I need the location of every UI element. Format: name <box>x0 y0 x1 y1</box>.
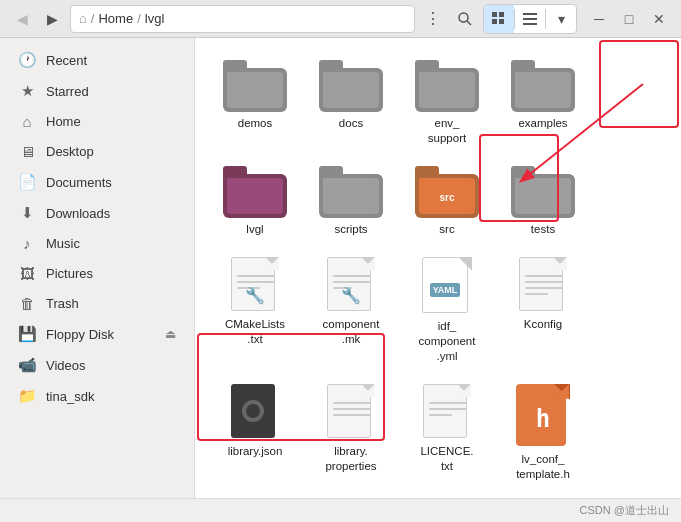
folder-lvgl-icon <box>223 166 287 218</box>
sidebar-label-floppy: Floppy Disk <box>46 327 114 342</box>
file-item-scripts[interactable]: scripts <box>307 160 395 243</box>
window-controls: ─ □ ✕ <box>585 5 673 33</box>
close-button[interactable]: ✕ <box>645 5 673 33</box>
svg-rect-3 <box>499 12 504 17</box>
home-icon: ⌂ <box>79 11 87 26</box>
more-button[interactable]: ⋮ <box>419 5 447 33</box>
file-item-docs[interactable]: docs <box>307 54 395 152</box>
file-item-component-mk[interactable]: 🔧 component.mk <box>307 251 395 370</box>
file-label-lvgl: lvgl <box>246 222 263 237</box>
sidebar-label-starred: Starred <box>46 84 89 99</box>
main-layout: 🕐 Recent ★ Starred ⌂ Home 🖥 Desktop 📄 Do… <box>0 38 681 498</box>
svg-rect-8 <box>523 23 537 25</box>
breadcrumb-part1: Home <box>98 11 133 26</box>
svg-point-0 <box>459 13 468 22</box>
file-item-src[interactable]: src src <box>403 160 491 243</box>
sidebar-item-home[interactable]: ⌂ Home <box>6 107 188 136</box>
documents-icon: 📄 <box>18 173 36 191</box>
nav-buttons: ◀ ▶ <box>8 5 66 33</box>
sidebar-item-music[interactable]: ♪ Music <box>6 229 188 258</box>
recent-icon: 🕐 <box>18 51 36 69</box>
svg-rect-7 <box>523 18 537 20</box>
sidebar-label-recent: Recent <box>46 53 87 68</box>
file-label-lv-conf-template: lv_conf_template.h <box>516 452 570 482</box>
sidebar: 🕐 Recent ★ Starred ⌂ Home 🖥 Desktop 📄 Do… <box>0 38 195 498</box>
lv-conf-template-icon: h <box>516 384 570 448</box>
file-label-library-json: library.json <box>228 444 283 459</box>
library-properties-icon <box>327 384 375 440</box>
file-item-demos[interactable]: demos <box>211 54 299 152</box>
sidebar-label-downloads: Downloads <box>46 206 110 221</box>
file-item-cmakelists[interactable]: 🔧 CMakeLists.txt <box>211 251 299 370</box>
file-item-lvgl[interactable]: lvgl <box>211 160 299 243</box>
file-item-lvgl-mk[interactable]: 🔧 lvgl.mk <box>307 496 395 499</box>
view-chevron-button[interactable]: ▾ <box>546 5 576 33</box>
search-button[interactable] <box>451 5 479 33</box>
sidebar-item-recent[interactable]: 🕐 Recent <box>6 45 188 75</box>
breadcrumb-sep1: / <box>91 11 95 26</box>
sidebar-item-desktop[interactable]: 🖥 Desktop <box>6 137 188 166</box>
component-mk-icon: 🔧 <box>327 257 375 313</box>
sidebar-item-starred[interactable]: ★ Starred <box>6 76 188 106</box>
file-item-lvgl-h[interactable]: h lvgl.h <box>211 496 299 499</box>
file-label-component-mk: component.mk <box>323 317 380 347</box>
maximize-button[interactable]: □ <box>615 5 643 33</box>
file-item-tests[interactable]: tests <box>499 160 587 243</box>
sidebar-item-trash[interactable]: 🗑 Trash <box>6 289 188 318</box>
sidebar-item-videos[interactable]: 📹 Videos <box>6 350 188 380</box>
desktop-icon: 🖥 <box>18 143 36 160</box>
library-json-icon <box>231 384 279 440</box>
file-area: demos docs env_support <box>195 38 681 498</box>
file-item-idf-component[interactable]: YAML idf_component.yml <box>403 251 491 370</box>
file-item-licence-txt[interactable]: LICENCE.txt <box>403 378 491 488</box>
file-label-demos: demos <box>238 116 273 131</box>
breadcrumb-part2: lvgl <box>145 11 165 26</box>
svg-rect-2 <box>492 12 497 17</box>
sidebar-label-trash: Trash <box>46 296 79 311</box>
tina-sdk-icon: 📁 <box>18 387 36 405</box>
file-label-env-support: env_support <box>428 116 466 146</box>
grid-view-button[interactable] <box>484 5 514 33</box>
statusbar: CSDN @道士出山 <box>0 498 681 522</box>
file-label-tests: tests <box>531 222 555 237</box>
forward-button[interactable]: ▶ <box>38 5 66 33</box>
sidebar-label-documents: Documents <box>46 175 112 190</box>
folder-demos-icon <box>223 60 287 112</box>
eject-icon[interactable]: ⏏ <box>165 327 176 341</box>
folder-scripts-icon <box>319 166 383 218</box>
svg-rect-5 <box>499 19 504 24</box>
svg-rect-4 <box>492 19 497 24</box>
sidebar-item-floppy[interactable]: 💾 Floppy Disk ⏏ <box>6 319 188 349</box>
list-view-button[interactable] <box>515 5 545 33</box>
list-icon <box>523 12 537 26</box>
licence-icon <box>423 384 471 440</box>
sidebar-item-downloads[interactable]: ⬇ Downloads <box>6 198 188 228</box>
watermark-text: CSDN @道士出山 <box>580 503 669 518</box>
sidebar-item-documents[interactable]: 📄 Documents <box>6 167 188 197</box>
file-item-kconfig[interactable]: Kconfig <box>499 251 587 370</box>
breadcrumb[interactable]: ⌂ / Home / lvgl <box>70 5 415 33</box>
file-item-library-json[interactable]: library.json <box>211 378 299 488</box>
file-item-sconscript[interactable]: SConscript <box>499 496 587 499</box>
starred-icon: ★ <box>18 82 36 100</box>
file-label-licence-txt: LICENCE.txt <box>420 444 473 474</box>
back-button[interactable]: ◀ <box>8 5 36 33</box>
search-icon <box>457 11 473 27</box>
sidebar-item-tina-sdk[interactable]: 📁 tina_sdk <box>6 381 188 411</box>
home-sidebar-icon: ⌂ <box>18 113 36 130</box>
file-item-library-properties[interactable]: library.properties <box>307 378 395 488</box>
file-item-env-support[interactable]: env_support <box>403 54 491 152</box>
file-item-examples[interactable]: examples <box>499 54 587 152</box>
folder-docs-icon <box>319 60 383 112</box>
minimize-button[interactable]: ─ <box>585 5 613 33</box>
music-icon: ♪ <box>18 235 36 252</box>
svg-line-1 <box>467 21 471 25</box>
sidebar-label-desktop: Desktop <box>46 144 94 159</box>
sidebar-label-videos: Videos <box>46 358 86 373</box>
file-item-readme-md[interactable]: M↓ README.md <box>403 496 491 499</box>
videos-icon: 📹 <box>18 356 36 374</box>
view-toggle: ▾ <box>483 4 577 34</box>
file-item-lv-conf-template[interactable]: h lv_conf_template.h <box>499 378 587 488</box>
sidebar-item-pictures[interactable]: 🖼 Pictures <box>6 259 188 288</box>
cmakelists-icon: 🔧 <box>231 257 279 313</box>
